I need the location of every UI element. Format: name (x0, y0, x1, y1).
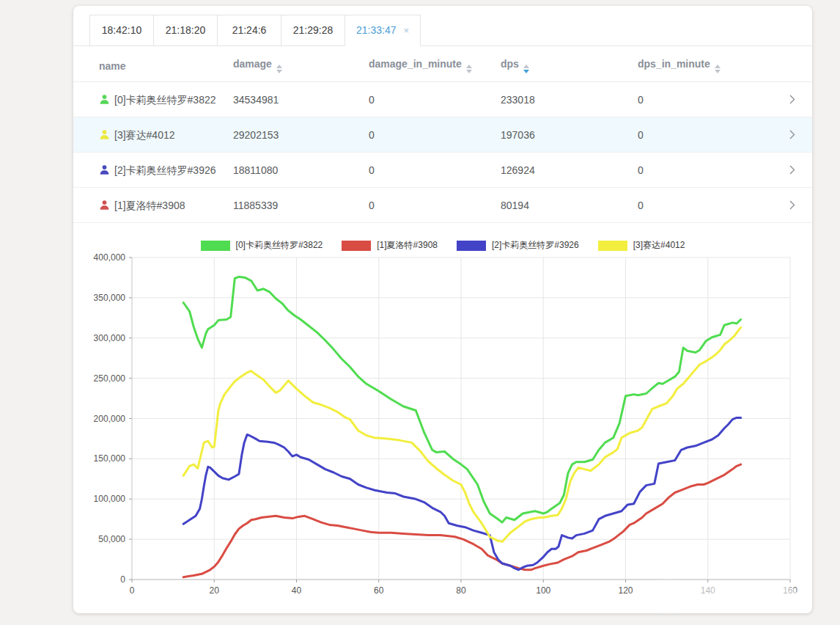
legend-swatch (598, 241, 627, 251)
row-expand[interactable] (789, 95, 795, 104)
legend-swatch (342, 241, 371, 251)
series-line--3-4012 (183, 328, 741, 542)
tab-label: 18:42:10 (102, 24, 142, 36)
caret-up-icon (466, 65, 472, 68)
table-row[interactable]: [3]赛达#40122920215301970360 (73, 117, 812, 153)
player-icon (99, 129, 110, 140)
tab-label: 21:29:28 (293, 24, 334, 36)
player-name: [3]赛达#4012 (114, 129, 175, 141)
cell-dps: 80194 (501, 200, 638, 211)
column-header-dps[interactable]: dps (501, 58, 638, 73)
table-row[interactable]: [2]卡莉奥丝特罗#39261881108001269240 (73, 153, 812, 188)
axis-tick-label: 300,000 (94, 333, 126, 343)
cell-dps: 126924 (501, 164, 638, 176)
legend-item[interactable]: [3]赛达#4012 (598, 239, 685, 252)
table-header-row: namedamagedamage_in_minutedpsdps_in_minu… (73, 50, 812, 82)
player-name: [2]卡莉奥丝特罗#3926 (114, 164, 216, 176)
tab-label: 21:24:6 (232, 24, 267, 36)
row-expand[interactable] (789, 130, 795, 139)
tab-21-29-28[interactable]: 21:29:28 (281, 15, 345, 46)
cell-damage_in_minute: 0 (369, 200, 501, 211)
cell-damage_in_minute: 0 (369, 129, 501, 141)
axis-tick-label: 400,000 (94, 252, 126, 263)
column-header-label: damage_in_minute (369, 58, 462, 70)
caret-up-icon (276, 65, 282, 68)
axis-tick-label: 0 (120, 574, 125, 585)
chevron-right-icon[interactable] (789, 200, 795, 210)
cell-name: [0]卡莉奥丝特罗#3822 (99, 87, 227, 112)
table-row[interactable]: [1]夏洛特#3908118853390801940 (73, 188, 812, 223)
legend-item[interactable]: [0]卡莉奥丝特罗#3822 (201, 239, 323, 252)
chart-legend: [0]卡莉奥丝特罗#3822[1]夏洛特#3908[2]卡莉奥丝特罗#3926[… (73, 239, 812, 252)
sort-icon[interactable] (466, 65, 472, 73)
axis-tick-label: 120 (618, 585, 633, 596)
axis-tick-label: 150,000 (94, 453, 126, 464)
caret-down-icon (466, 70, 472, 73)
axis-tick-label: 40 (292, 585, 302, 596)
chevron-right-icon[interactable] (789, 95, 795, 104)
chevron-right-icon[interactable] (789, 165, 795, 175)
axis-tick-label: 100 (536, 585, 550, 596)
legend-label: [1]夏洛特#3908 (377, 239, 438, 252)
cell-dps_in_minute: 0 (638, 200, 781, 211)
row-expand[interactable] (789, 165, 795, 175)
sort-icon[interactable] (523, 65, 529, 73)
axis-tick-label: 350,000 (94, 293, 126, 303)
series-line--2-3926 (183, 417, 741, 569)
tab-18-42-10[interactable]: 18:42:10 (89, 15, 154, 46)
column-header-label: dps (501, 58, 519, 70)
legend-item[interactable]: [1]夏洛特#3908 (342, 239, 438, 252)
cell-dps: 197036 (501, 129, 638, 141)
sort-icon[interactable] (276, 65, 282, 73)
cell-damage: 34534981 (233, 94, 369, 106)
table-body: [0]卡莉奥丝特罗#38223453498102330180[3]赛达#4012… (73, 82, 812, 223)
cell-dps: 233018 (501, 94, 638, 106)
player-name: [0]卡莉奥丝特罗#3822 (114, 94, 216, 106)
cell-damage_in_minute: 0 (369, 94, 501, 106)
cell-damage: 11885339 (233, 200, 369, 211)
cell-name: [1]夏洛特#3908 (99, 193, 227, 218)
legend-swatch (201, 241, 230, 251)
cell-dps_in_minute: 0 (638, 94, 781, 106)
player-icon (99, 200, 110, 211)
column-header-dps_in_minute[interactable]: dps_in_minute (638, 58, 781, 73)
cell-damage: 18811080 (233, 164, 369, 176)
column-header-label: name (99, 60, 126, 72)
column-header-damage_in_minute[interactable]: damage_in_minute (369, 58, 501, 73)
caret-down-icon (523, 70, 529, 73)
player-icon (99, 94, 110, 105)
tab-21-24-6[interactable]: 21:24:6 (217, 15, 281, 46)
axis-tick-label: 60 (374, 585, 384, 596)
legend-item[interactable]: [2]卡莉奥丝特罗#3926 (457, 239, 579, 252)
dps-line-chart: 050,000100,000150,000200,000250,000300,0… (84, 252, 810, 596)
close-tab-icon[interactable]: × (404, 25, 410, 36)
chevron-right-icon[interactable] (789, 130, 795, 139)
axis-tick-label: 200,000 (94, 414, 126, 424)
axis-tick-label: 80 (456, 585, 466, 596)
axis-tick-label: 100,000 (94, 494, 126, 504)
tabs-bar: 18:42:1021:18:2021:24:621:29:2821:33:47× (73, 15, 812, 46)
legend-label: [0]卡莉奥丝特罗#3822 (236, 239, 323, 252)
tab-21-33-47[interactable]: 21:33:47× (345, 15, 421, 46)
axis-tick-label: 250,000 (94, 373, 126, 384)
legend-label: [3]赛达#4012 (633, 239, 685, 252)
tab-21-18-20[interactable]: 21:18:20 (153, 15, 218, 46)
column-header-label: dps_in_minute (638, 58, 710, 70)
column-header-damage[interactable]: damage (233, 58, 369, 73)
series-line--1-3908 (183, 464, 741, 577)
dps-panel-card: 18:42:1021:18:2021:24:621:29:2821:33:47×… (73, 6, 812, 613)
sort-icon[interactable] (715, 65, 721, 73)
tab-label: 21:18:20 (166, 24, 206, 36)
legend-swatch (457, 241, 486, 251)
cell-name: [2]卡莉奥丝特罗#3926 (99, 158, 227, 183)
column-header-name: name (99, 60, 233, 72)
table-row[interactable]: [0]卡莉奥丝特罗#38223453498102330180 (73, 82, 812, 117)
caret-down-icon (715, 70, 721, 73)
axis-tick-label: 160 (783, 585, 797, 596)
cell-damage: 29202153 (233, 129, 369, 141)
axis-tick-label: 0 (130, 585, 135, 596)
row-expand[interactable] (789, 200, 795, 210)
cell-name: [3]赛达#4012 (99, 123, 227, 147)
caret-up-icon (523, 65, 529, 68)
legend-label: [2]卡莉奥丝特罗#3926 (492, 239, 579, 252)
